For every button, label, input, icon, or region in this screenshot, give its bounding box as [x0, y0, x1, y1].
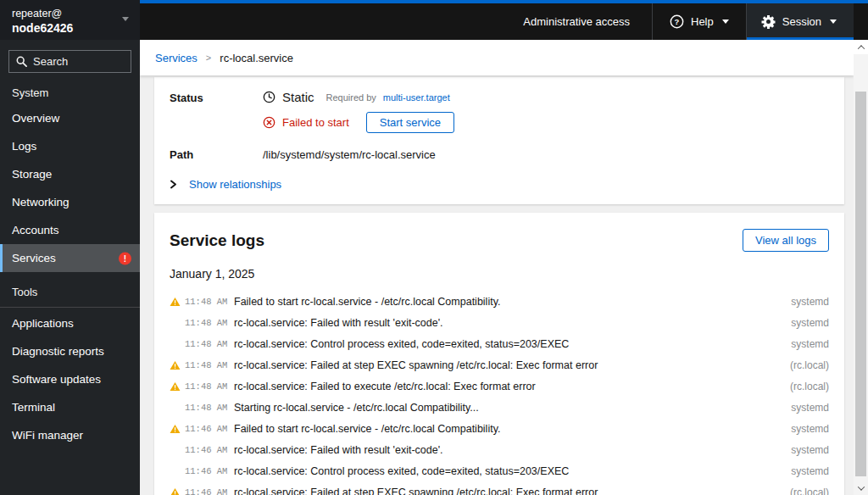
log-row[interactable]: 11:46 AMrc-local.service: Failed with re…: [154, 439, 844, 460]
warning-icon: [170, 487, 181, 495]
breadcrumb-separator: >: [206, 53, 211, 63]
main-content: Status Static Required by multi-user.tar…: [140, 75, 854, 495]
sidebar-search[interactable]: [8, 50, 131, 73]
sidebar-item-overview[interactable]: Overview: [0, 104, 140, 132]
breadcrumb-services-link[interactable]: Services: [155, 52, 198, 64]
log-row[interactable]: 11:46 AMFailed to start rc-local.service…: [154, 418, 844, 439]
warning-icon: [170, 297, 181, 307]
sidebar-divider: [0, 307, 140, 308]
scrollbar-thumb[interactable]: [855, 92, 866, 476]
log-source: systemd: [791, 402, 829, 414]
show-relationships-toggle[interactable]: Show relationships: [170, 178, 829, 191]
session-menu-button[interactable]: Session: [747, 3, 854, 40]
sidebar-item-accounts[interactable]: Accounts: [0, 216, 140, 244]
breadcrumb: Services > rc-local.service: [140, 40, 854, 75]
log-timestamp: 11:48 AM: [185, 318, 234, 328]
sidebar-item-label: Overview: [12, 112, 59, 125]
log-row[interactable]: 11:48 AMFailed to start rc-local.service…: [154, 291, 844, 312]
sidebar-item-label: Services: [12, 252, 56, 264]
log-message: Failed to start rc-local.service - /etc/…: [234, 296, 791, 308]
sidebar-item-diagnostic-reports[interactable]: Diagnostic reports: [0, 337, 140, 365]
warning-icon: [170, 360, 181, 370]
host-switcher[interactable]: repeater@ node62426: [0, 0, 140, 40]
log-message: rc-local.service: Failed at step EXEC sp…: [234, 359, 790, 371]
service-logs-card: Service logs View all logs January 1, 20…: [154, 213, 844, 495]
masthead-endpad: [854, 3, 868, 40]
log-timestamp: 11:48 AM: [185, 339, 234, 349]
sidebar-item-software-updates[interactable]: Software updates: [0, 365, 140, 393]
log-message: Starting rc-local.service - /etc/rc.loca…: [234, 402, 791, 414]
administrative-access-button[interactable]: Administrative access: [501, 3, 652, 40]
sidebar: repeater@ node62426 SystemOverviewLogsSt…: [0, 0, 140, 495]
required-by-target-link[interactable]: multi-user.target: [383, 92, 450, 103]
log-source: (rc.local): [790, 359, 829, 371]
sidebar-item-label: Diagnostic reports: [12, 345, 104, 358]
log-timestamp: 11:46 AM: [185, 466, 234, 476]
vertical-scrollbar[interactable]: [854, 40, 868, 495]
failed-icon: [263, 116, 275, 129]
service-logs-title: Service logs: [170, 231, 264, 250]
log-source: systemd: [791, 296, 829, 308]
log-row[interactable]: 11:48 AMrc-local.service: Failed with re…: [154, 312, 844, 333]
sidebar-item-wifi-manager[interactable]: WiFi manager: [0, 421, 140, 449]
log-timestamp: 11:46 AM: [185, 487, 234, 495]
view-all-logs-button[interactable]: View all logs: [743, 229, 829, 252]
log-row[interactable]: 11:46 AMrc-local.service: Control proces…: [154, 460, 844, 481]
log-timestamp: 11:48 AM: [185, 297, 234, 307]
path-row: Path /lib/systemd/system/rc-local.servic…: [170, 147, 829, 161]
log-row[interactable]: 11:48 AMStarting rc-local.service - /etc…: [154, 397, 844, 418]
clock-icon: [263, 91, 275, 103]
scroll-down-button[interactable]: [854, 481, 868, 495]
sidebar-nav: SystemOverviewLogsStorageNetworkingAccou…: [0, 73, 140, 449]
sidebar-item-logs[interactable]: Logs: [0, 132, 140, 160]
scroll-up-button[interactable]: [854, 40, 868, 54]
log-row[interactable]: 11:48 AMrc-local.service: Control proces…: [154, 333, 844, 354]
log-row[interactable]: 11:48 AMrc-local.service: Failed at step…: [154, 354, 844, 375]
sidebar-item-label: Software updates: [12, 373, 101, 386]
svg-text:?: ?: [675, 17, 680, 26]
failed-to-start-label: Failed to start: [282, 116, 349, 129]
caret-down-icon: [830, 19, 837, 24]
log-source: systemd: [791, 338, 829, 350]
log-source: systemd: [791, 423, 829, 435]
log-message: rc-local.service: Control process exited…: [234, 465, 791, 477]
status-value: Static: [282, 90, 314, 104]
log-timestamp: 11:46 AM: [185, 424, 234, 434]
sidebar-item-terminal[interactable]: Terminal: [0, 393, 140, 421]
help-menu-button[interactable]: ? Help: [653, 3, 746, 40]
chevron-down-icon: [857, 483, 864, 490]
sidebar-item-label: Applications: [12, 317, 74, 330]
log-date-header: January 1, 2025: [154, 264, 844, 291]
sidebar-item-label: Networking: [12, 196, 70, 209]
search-icon: [16, 56, 27, 67]
search-input[interactable]: [33, 55, 124, 68]
help-label: Help: [691, 15, 714, 28]
sidebar-item-services[interactable]: Services!: [0, 244, 140, 272]
session-label: Session: [782, 15, 821, 28]
sidebar-item-label: Accounts: [12, 224, 59, 236]
warning-icon: [170, 424, 181, 434]
log-timestamp: 11:48 AM: [185, 381, 234, 392]
sidebar-item-storage[interactable]: Storage: [0, 160, 140, 188]
gear-icon: [762, 15, 776, 29]
masthead: Administrative access ? Help Session: [140, 0, 868, 40]
sidebar-item-applications[interactable]: Applications: [0, 309, 140, 337]
warning-icon: [170, 381, 181, 392]
log-message: rc-local.service: Failed with result 'ex…: [234, 444, 791, 456]
help-icon: ?: [670, 14, 684, 29]
username-label: repeater@: [12, 7, 128, 20]
log-row[interactable]: 11:48 AMrc-local.service: Failed to exec…: [154, 375, 844, 397]
service-status-card: Status Static Required by multi-user.tar…: [154, 77, 844, 204]
log-message: rc-local.service: Control process exited…: [234, 338, 791, 350]
start-service-button[interactable]: Start service: [366, 112, 454, 133]
chevron-up-icon: [857, 45, 864, 52]
log-source: (rc.local): [790, 487, 829, 495]
show-relationships-link: Show relationships: [189, 178, 281, 191]
failed-units-badge: !: [119, 252, 131, 264]
sidebar-item-networking[interactable]: Networking: [0, 188, 140, 216]
required-by-label: Required by: [326, 92, 376, 103]
hostname-label: node62426: [12, 20, 128, 36]
sidebar-item-label: Terminal: [12, 401, 55, 414]
log-message: rc-local.service: Failed to execute /etc…: [234, 381, 790, 392]
log-row[interactable]: 11:46 AMrc-local.service: Failed at step…: [154, 481, 844, 495]
